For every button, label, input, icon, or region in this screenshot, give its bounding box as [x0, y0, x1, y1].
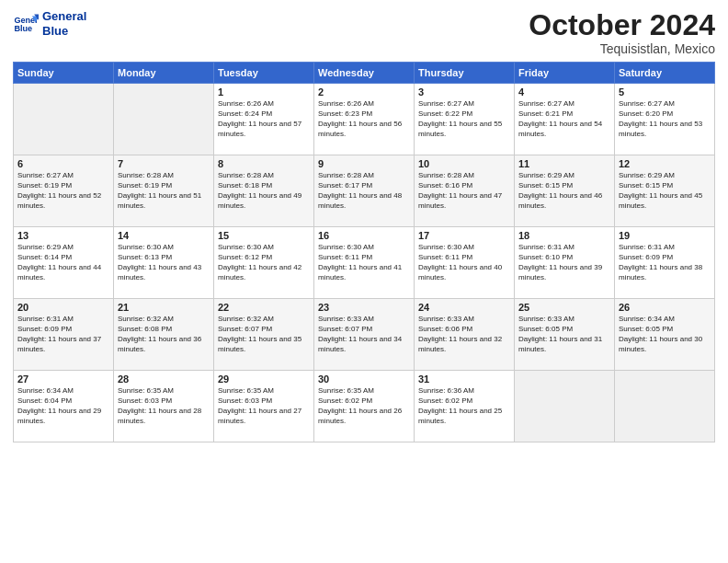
day-cell: 12Sunrise: 6:29 AMSunset: 6:15 PMDayligh… [615, 155, 715, 227]
week-row-4: 20Sunrise: 6:31 AMSunset: 6:09 PMDayligh… [14, 299, 715, 371]
header-row: SundayMondayTuesdayWednesdayThursdayFrid… [14, 63, 715, 84]
day-number: 16 [318, 230, 410, 241]
day-number: 3 [418, 86, 510, 98]
day-cell: 25Sunrise: 6:33 AMSunset: 6:05 PMDayligh… [515, 299, 615, 371]
day-cell: 23Sunrise: 6:33 AMSunset: 6:07 PMDayligh… [314, 299, 415, 371]
day-info: Sunrise: 6:34 AMSunset: 6:04 PMDaylight:… [17, 386, 109, 426]
header-saturday: Saturday [615, 63, 715, 84]
day-cell: 17Sunrise: 6:30 AMSunset: 6:11 PMDayligh… [415, 227, 515, 299]
day-info: Sunrise: 6:28 AMSunset: 6:18 PMDaylight:… [218, 171, 310, 211]
day-cell: 13Sunrise: 6:29 AMSunset: 6:14 PMDayligh… [14, 227, 114, 299]
day-number: 19 [619, 230, 711, 241]
day-number: 20 [17, 302, 109, 313]
month-title: October 2024 [529, 9, 715, 41]
day-info: Sunrise: 6:32 AMSunset: 6:07 PMDaylight:… [218, 315, 310, 354]
header-friday: Friday [515, 63, 615, 84]
day-cell: 1Sunrise: 6:26 AMSunset: 6:24 PMDaylight… [214, 84, 314, 155]
logo: General Blue General Blue [13, 9, 86, 38]
page: General Blue General Blue October 2024 T… [0, 0, 728, 563]
day-info: Sunrise: 6:29 AMSunset: 6:14 PMDaylight:… [17, 243, 109, 282]
day-number: 17 [418, 230, 510, 241]
day-info: Sunrise: 6:29 AMSunset: 6:15 PMDaylight:… [518, 171, 610, 211]
title-block: October 2024 Tequisistlan, Mexico [529, 9, 715, 56]
day-cell: 16Sunrise: 6:30 AMSunset: 6:11 PMDayligh… [314, 227, 415, 299]
day-cell: 24Sunrise: 6:33 AMSunset: 6:06 PMDayligh… [415, 299, 515, 371]
header-thursday: Thursday [415, 63, 515, 84]
day-cell: 27Sunrise: 6:34 AMSunset: 6:04 PMDayligh… [14, 371, 114, 442]
day-info: Sunrise: 6:33 AMSunset: 6:06 PMDaylight:… [418, 315, 510, 354]
day-info: Sunrise: 6:28 AMSunset: 6:17 PMDaylight:… [318, 171, 410, 211]
day-info: Sunrise: 6:30 AMSunset: 6:13 PMDaylight:… [118, 243, 210, 282]
day-cell: 11Sunrise: 6:29 AMSunset: 6:15 PMDayligh… [515, 155, 615, 227]
day-cell: 2Sunrise: 6:26 AMSunset: 6:23 PMDaylight… [314, 84, 415, 155]
day-info: Sunrise: 6:32 AMSunset: 6:08 PMDaylight:… [118, 315, 210, 354]
day-number: 22 [218, 302, 310, 313]
day-info: Sunrise: 6:30 AMSunset: 6:11 PMDaylight:… [418, 243, 510, 282]
day-cell: 31Sunrise: 6:36 AMSunset: 6:02 PMDayligh… [415, 371, 515, 442]
logo-icon: General Blue [13, 11, 39, 37]
day-info: Sunrise: 6:27 AMSunset: 6:22 PMDaylight:… [418, 99, 510, 139]
day-cell [615, 371, 715, 442]
logo-blue: Blue [42, 24, 86, 39]
day-number: 11 [518, 158, 610, 169]
calendar-table: SundayMondayTuesdayWednesdayThursdayFrid… [13, 62, 715, 442]
header: General Blue General Blue October 2024 T… [13, 9, 715, 56]
location: Tequisistlan, Mexico [529, 41, 715, 56]
day-cell: 15Sunrise: 6:30 AMSunset: 6:12 PMDayligh… [214, 227, 314, 299]
week-row-3: 13Sunrise: 6:29 AMSunset: 6:14 PMDayligh… [14, 227, 715, 299]
day-info: Sunrise: 6:35 AMSunset: 6:03 PMDaylight:… [218, 386, 310, 426]
day-info: Sunrise: 6:30 AMSunset: 6:11 PMDaylight:… [318, 243, 410, 282]
day-cell: 4Sunrise: 6:27 AMSunset: 6:21 PMDaylight… [515, 84, 615, 155]
day-cell [14, 84, 114, 155]
day-cell: 5Sunrise: 6:27 AMSunset: 6:20 PMDaylight… [615, 84, 715, 155]
day-info: Sunrise: 6:28 AMSunset: 6:19 PMDaylight:… [118, 171, 210, 211]
day-cell: 7Sunrise: 6:28 AMSunset: 6:19 PMDaylight… [114, 155, 214, 227]
day-cell: 8Sunrise: 6:28 AMSunset: 6:18 PMDaylight… [214, 155, 314, 227]
day-info: Sunrise: 6:33 AMSunset: 6:05 PMDaylight:… [518, 315, 610, 354]
day-info: Sunrise: 6:27 AMSunset: 6:19 PMDaylight:… [17, 171, 109, 211]
day-cell: 19Sunrise: 6:31 AMSunset: 6:09 PMDayligh… [615, 227, 715, 299]
day-cell: 10Sunrise: 6:28 AMSunset: 6:16 PMDayligh… [415, 155, 515, 227]
day-info: Sunrise: 6:31 AMSunset: 6:09 PMDaylight:… [17, 315, 109, 354]
day-cell [114, 84, 214, 155]
day-info: Sunrise: 6:27 AMSunset: 6:21 PMDaylight:… [518, 99, 610, 139]
day-cell [515, 371, 615, 442]
week-row-1: 1Sunrise: 6:26 AMSunset: 6:24 PMDaylight… [14, 84, 715, 155]
day-cell: 21Sunrise: 6:32 AMSunset: 6:08 PMDayligh… [114, 299, 214, 371]
day-number: 12 [619, 158, 711, 169]
day-cell: 20Sunrise: 6:31 AMSunset: 6:09 PMDayligh… [14, 299, 114, 371]
day-info: Sunrise: 6:34 AMSunset: 6:05 PMDaylight:… [619, 315, 711, 354]
day-number: 14 [118, 230, 210, 241]
day-info: Sunrise: 6:35 AMSunset: 6:02 PMDaylight:… [318, 386, 410, 426]
day-number: 15 [218, 230, 310, 241]
day-number: 25 [518, 302, 610, 313]
day-info: Sunrise: 6:33 AMSunset: 6:07 PMDaylight:… [318, 315, 410, 354]
day-info: Sunrise: 6:29 AMSunset: 6:15 PMDaylight:… [619, 171, 711, 211]
day-number: 8 [218, 158, 310, 169]
day-number: 4 [518, 86, 610, 98]
day-number: 10 [418, 158, 510, 169]
day-number: 26 [619, 302, 711, 313]
day-info: Sunrise: 6:30 AMSunset: 6:12 PMDaylight:… [218, 243, 310, 282]
day-info: Sunrise: 6:36 AMSunset: 6:02 PMDaylight:… [418, 386, 510, 426]
day-cell: 3Sunrise: 6:27 AMSunset: 6:22 PMDaylight… [415, 84, 515, 155]
day-number: 7 [118, 158, 210, 169]
day-cell: 26Sunrise: 6:34 AMSunset: 6:05 PMDayligh… [615, 299, 715, 371]
day-number: 31 [418, 373, 510, 385]
day-number: 24 [418, 302, 510, 313]
day-number: 21 [118, 302, 210, 313]
day-info: Sunrise: 6:31 AMSunset: 6:10 PMDaylight:… [518, 243, 610, 282]
day-info: Sunrise: 6:27 AMSunset: 6:20 PMDaylight:… [619, 99, 711, 139]
day-cell: 6Sunrise: 6:27 AMSunset: 6:19 PMDaylight… [14, 155, 114, 227]
day-number: 29 [218, 373, 310, 385]
day-number: 1 [218, 86, 310, 98]
day-cell: 9Sunrise: 6:28 AMSunset: 6:17 PMDaylight… [314, 155, 415, 227]
day-number: 6 [17, 158, 109, 169]
day-cell: 22Sunrise: 6:32 AMSunset: 6:07 PMDayligh… [214, 299, 314, 371]
logo-general: General [42, 9, 86, 24]
day-cell: 18Sunrise: 6:31 AMSunset: 6:10 PMDayligh… [515, 227, 615, 299]
day-number: 9 [318, 158, 410, 169]
week-row-5: 27Sunrise: 6:34 AMSunset: 6:04 PMDayligh… [14, 371, 715, 442]
day-cell: 14Sunrise: 6:30 AMSunset: 6:13 PMDayligh… [114, 227, 214, 299]
day-cell: 30Sunrise: 6:35 AMSunset: 6:02 PMDayligh… [314, 371, 415, 442]
